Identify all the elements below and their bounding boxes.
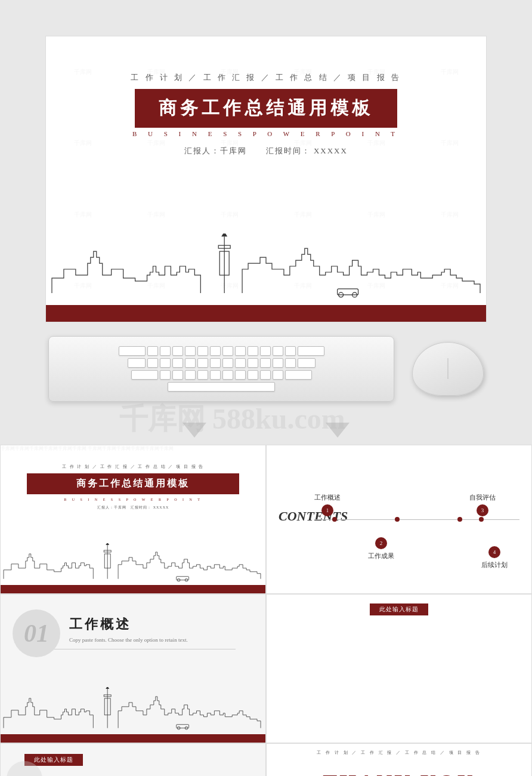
arrow-left xyxy=(183,423,206,438)
svg-marker-15 xyxy=(106,687,109,689)
contents-dot-4 xyxy=(479,517,484,522)
contents-item-2-label: 工作成果 xyxy=(368,552,394,561)
top-slide: 千库网千库网千库网千库网千库网千库网 千库网千库网千库网千库网千库网千库网 千库… xyxy=(45,36,487,322)
slide-bottom-bar xyxy=(46,305,486,322)
section01-title: 工作概述 xyxy=(69,615,250,633)
arrow-right xyxy=(326,423,349,438)
svg-rect-18 xyxy=(177,725,189,728)
thankyou-cell: 工 作 计 划 ／ 工 作 汇 报 ／ 工 作 总 结 ／ 项 目 报 告 TH… xyxy=(266,743,532,776)
contents-item-3: 自我评估 3 xyxy=(469,493,496,516)
svg-marker-1 xyxy=(221,233,227,236)
slide-business-sub: B U S I N E S S P O W E R P O I N T xyxy=(132,130,400,137)
section01-cell: 01 工作概述 Copy paste fonts. Choose the onl… xyxy=(0,594,266,743)
mini-bottom-bar xyxy=(1,585,265,593)
contents-item-2: 2 工作成果 xyxy=(368,537,394,561)
contents-cell: CONTENTS 工作概述 1 自我评估 3 2 工作成果 xyxy=(266,445,532,594)
section01-desc: Copy paste fonts. Choose the only option… xyxy=(69,637,250,643)
contents-line xyxy=(314,519,519,520)
keyboard-section xyxy=(0,322,532,415)
mini-slide: 千库网千库网千库网千库网千库网千库网 千库网千库网千库网千库网千库网千库网 工 … xyxy=(1,445,265,593)
contents-item-1-label: 工作概述 xyxy=(314,493,341,502)
city-skyline xyxy=(46,233,486,305)
slide-content: 工 作 计 划 ／ 工 作 汇 报 ／ 工 作 总 结 ／ 项 目 报 告 商务… xyxy=(46,36,486,156)
title-input-badge: 此处输入标题 xyxy=(370,603,428,615)
slide-reporter: 汇报人：千库网 汇报时间： XXXXX xyxy=(184,146,348,156)
keyboard-image xyxy=(48,336,394,402)
slide-subtitle: 工 作 计 划 ／ 工 作 汇 报 ／ 工 作 总 结 ／ 项 目 报 告 xyxy=(131,72,401,83)
mini-subtitle: 工 作 计 划 ／ 工 作 汇 报 ／ 工 作 总 结 ／ 项 目 报 告 xyxy=(1,452,265,470)
section01-bottom-bar xyxy=(1,734,265,743)
grid-section: 千库网千库网千库网千库网千库网千库网 千库网千库网千库网千库网千库网千库网 工 … xyxy=(0,445,532,776)
mini-slide-cell: 千库网千库网千库网千库网千库网千库网 千库网千库网千库网千库网千库网千库网 工 … xyxy=(0,445,266,594)
title-input-cell: 此处输入标题 xyxy=(266,594,532,743)
svg-rect-4 xyxy=(338,289,358,295)
mini-watermark: 千库网千库网千库网千库网千库网千库网 千库网千库网千库网千库网千库网千库网 xyxy=(1,445,265,452)
mini-reporter: 汇报人：千库网 汇报时间： XXXXX xyxy=(1,505,265,510)
section01-num: 01 xyxy=(24,619,49,648)
svg-marker-8 xyxy=(106,543,109,545)
texthere-cell: 此处输入标题 Text here Copy paste fonts. Choos… xyxy=(0,743,266,776)
slide-main-title: 商务工作总结通用模板 xyxy=(135,89,397,128)
ty-subtitle: 工 作 计 划 ／ 工 作 汇 报 ／ 工 作 总 结 ／ 项 目 报 告 xyxy=(276,750,522,756)
mini-biz-sub: B U S I N E S S P O W E R P O I N T xyxy=(1,498,265,501)
contents-item-4-num: 4 xyxy=(488,546,500,558)
ty-main-text: THANK YOU xyxy=(276,772,522,776)
contents-item-2-num: 2 xyxy=(375,537,387,549)
contents-item-4: 4 后续计划 xyxy=(481,546,508,569)
section01-line xyxy=(30,649,236,649)
arrow-section xyxy=(0,415,532,445)
contents-dot-1 xyxy=(332,517,337,522)
contents-dot-2 xyxy=(395,517,400,522)
mouse-image xyxy=(412,342,484,396)
contents-item-3-num: 3 xyxy=(477,504,488,516)
svg-rect-11 xyxy=(177,577,189,580)
contents-dot-3 xyxy=(457,517,462,522)
contents-item-1-num: 1 xyxy=(321,504,333,516)
section01-skyline xyxy=(1,686,265,734)
num-bg-circle: 01 xyxy=(13,609,60,657)
mini-skyline xyxy=(1,543,265,585)
contents-item-4-label: 后续计划 xyxy=(481,561,508,569)
section01-inner: 01 工作概述 Copy paste fonts. Choose the onl… xyxy=(1,595,265,661)
contents-item-1: 工作概述 1 xyxy=(314,493,341,516)
contents-item-3-label: 自我评估 xyxy=(469,493,496,502)
mini-title-box: 商务工作总结通用模板 xyxy=(27,473,239,494)
